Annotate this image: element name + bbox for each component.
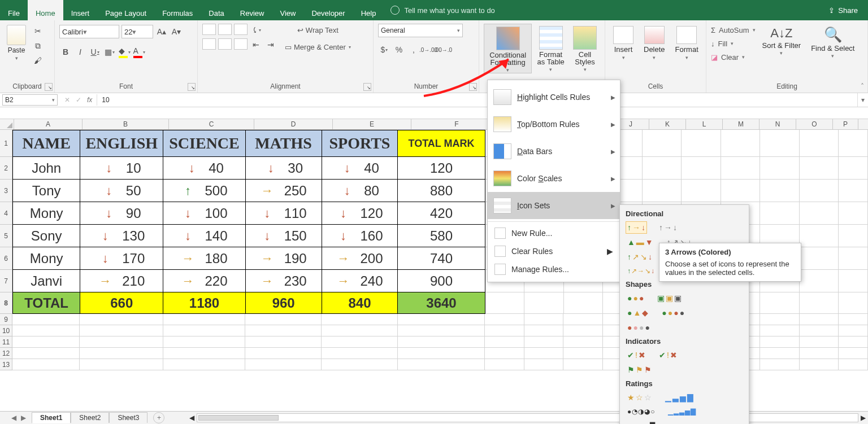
iconset-5-arrows-colored[interactable]: ↑↗→↘↓ [626, 265, 656, 277]
insert-cells-button[interactable]: Insert▾ [610, 24, 637, 60]
cell[interactable] [322, 314, 398, 325]
table-header[interactable]: SCIENCE [163, 130, 245, 157]
cell[interactable] [398, 336, 485, 348]
align-middle-icon[interactable] [218, 24, 232, 35]
decrease-indent-icon[interactable]: ⇤ [250, 38, 262, 51]
table-cell[interactable]: 840 [322, 292, 398, 314]
align-left-icon[interactable] [202, 38, 216, 50]
col-header[interactable]: M [723, 119, 760, 129]
row-header[interactable]: 2 [0, 157, 12, 180]
cell[interactable] [721, 130, 761, 157]
row-header[interactable]: 6 [0, 247, 12, 270]
cell[interactable] [800, 325, 839, 336]
copy-icon[interactable]: ⧉ [32, 40, 44, 52]
cell[interactable] [322, 359, 398, 370]
new-rule-item[interactable]: New Rule... [488, 224, 620, 242]
tell-me-search[interactable]: Tell me what you want to do [390, 0, 494, 20]
table-cell[interactable]: ↓100 [163, 202, 245, 225]
cell[interactable] [322, 348, 398, 359]
cell[interactable] [80, 359, 163, 370]
row-header[interactable]: 7 [0, 270, 12, 292]
iconset-3-symbols-circled[interactable]: ✔!✖ [626, 349, 647, 361]
row-header[interactable]: 1 [0, 130, 12, 157]
alignment-launcher[interactable]: ↘ [363, 83, 371, 91]
fx-icon[interactable]: fx [87, 96, 92, 104]
table-cell[interactable]: 420 [398, 202, 485, 225]
table-cell[interactable]: 960 [246, 292, 322, 314]
accounting-format-button[interactable]: $ [378, 43, 390, 56]
table-cell[interactable]: ↓40 [322, 157, 398, 180]
cell[interactable] [398, 325, 485, 336]
cell[interactable] [839, 202, 868, 225]
table-cell[interactable]: ↓80 [322, 180, 398, 202]
table-cell[interactable]: 880 [398, 180, 485, 202]
cell[interactable] [245, 314, 322, 325]
cell[interactable] [485, 292, 525, 314]
tab-nav-left-icon[interactable]: ◀ [11, 414, 16, 422]
bold-button[interactable]: B [59, 46, 72, 58]
iconset-5-ratings[interactable]: ▁▂▃▅▇ [666, 406, 697, 417]
row-header[interactable]: 10 [0, 325, 12, 336]
iconset-4-traffic-lights[interactable]: ●●●● [660, 307, 686, 319]
table-cell[interactable]: Tony [12, 180, 80, 202]
table-cell[interactable]: ↓130 [80, 225, 163, 247]
cell[interactable] [643, 130, 682, 157]
cell[interactable] [839, 157, 868, 180]
cell[interactable] [800, 157, 839, 180]
share-button[interactable]: ⇪ Share [828, 0, 858, 20]
cell[interactable] [839, 247, 868, 270]
cell[interactable] [524, 359, 564, 370]
table-cell[interactable]: 740 [398, 247, 485, 270]
increase-indent-icon[interactable]: ⇥ [264, 38, 277, 51]
cell[interactable] [80, 348, 163, 359]
sheet-tab-1[interactable]: Sheet1 [32, 412, 71, 423]
top-bottom-rules-item[interactable]: Top/Bottom Rules▶ [488, 111, 620, 138]
iconset-3-triangles[interactable]: ▲▬▼ [626, 236, 655, 248]
table-cell[interactable]: 3640 [398, 292, 485, 314]
table-cell[interactable]: ↓50 [80, 180, 163, 202]
cell[interactable] [839, 336, 868, 348]
table-header[interactable]: MATHS [246, 130, 322, 157]
italic-button[interactable]: I [74, 46, 86, 58]
table-cell[interactable]: 580 [398, 225, 485, 247]
horizontal-scrollbar[interactable]: ◀▶ [187, 414, 868, 422]
table-cell[interactable]: →180 [163, 247, 245, 270]
table-cell[interactable]: 1180 [163, 292, 245, 314]
table-cell[interactable]: Mony [12, 247, 80, 270]
clipboard-launcher[interactable]: ↘ [45, 83, 53, 91]
iconset-3-arrows-colored[interactable]: ↑→↓ [626, 221, 647, 234]
cell[interactable] [682, 130, 721, 157]
increase-font-icon[interactable]: A▴ [155, 25, 168, 38]
align-right-icon[interactable] [234, 38, 248, 50]
collapse-ribbon-icon[interactable]: ˄ [861, 82, 864, 90]
table-cell[interactable]: →230 [246, 270, 322, 292]
cell[interactable] [839, 270, 868, 292]
cell[interactable] [564, 292, 604, 314]
underline-button[interactable]: U [89, 46, 101, 58]
cell[interactable] [163, 325, 246, 336]
font-size-select[interactable]: 22▾ [121, 25, 153, 38]
format-cells-button[interactable]: Format▾ [672, 24, 702, 60]
cell[interactable] [12, 336, 80, 348]
table-cell[interactable]: ↓40 [163, 157, 245, 180]
cell[interactable] [524, 325, 564, 336]
decrease-font-icon[interactable]: A▾ [170, 25, 183, 38]
cell[interactable] [643, 180, 682, 202]
table-cell[interactable]: ↓90 [80, 202, 163, 225]
tab-data[interactable]: Data [201, 0, 232, 20]
color-scales-item[interactable]: Color Scales▶ [488, 165, 620, 192]
cell[interactable] [839, 359, 868, 370]
cell[interactable] [524, 336, 564, 348]
cell[interactable] [80, 336, 163, 348]
delete-cells-button[interactable]: Delete▾ [640, 24, 669, 60]
align-bottom-icon[interactable] [234, 24, 248, 35]
cell[interactable] [163, 314, 246, 325]
col-header[interactable]: D [254, 119, 333, 129]
table-cell[interactable]: ↓120 [322, 202, 398, 225]
cell-styles-button[interactable]: Cell Styles▾ [570, 24, 600, 72]
cell[interactable] [682, 180, 721, 202]
table-header[interactable]: SPORTS [322, 130, 398, 157]
table-header[interactable]: NAME [12, 130, 80, 157]
col-header[interactable]: P [833, 119, 858, 129]
wrap-text-button[interactable]: ↩ Wrap Text [285, 24, 351, 36]
